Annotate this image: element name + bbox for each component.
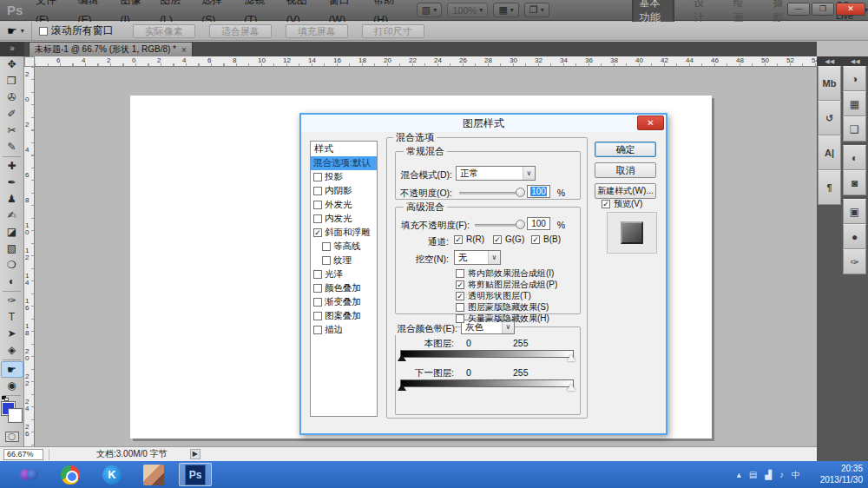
advanced-option-2[interactable]: ✓透明形状图层(T): [456, 290, 531, 302]
eraser-tool[interactable]: ◪: [1, 224, 23, 241]
crop-tool[interactable]: ✂: [1, 122, 23, 139]
type-tool[interactable]: T: [1, 309, 23, 326]
style-item-0[interactable]: 混合选项:默认: [311, 156, 377, 170]
style-item-2[interactable]: 内阴影: [311, 184, 377, 198]
close-button[interactable]: ✕: [836, 3, 865, 16]
dodge-tool[interactable]: ◐: [1, 274, 23, 290]
history-brush-tool[interactable]: ✍: [1, 208, 23, 224]
fill-opacity-slider-track[interactable]: [475, 224, 520, 227]
screen-mode-button[interactable]: ❐▾: [524, 3, 549, 17]
minimize-button[interactable]: —: [787, 3, 810, 16]
underlying-layer-white-marker[interactable]: [567, 384, 575, 391]
style-item-6[interactable]: 等高线: [311, 240, 377, 254]
tool-preset-picker[interactable]: ☛ ▾: [0, 22, 32, 40]
close-tab-icon[interactable]: ×: [181, 45, 187, 55]
character-panel-icon[interactable]: A|: [818, 135, 841, 170]
taskbar-avatar[interactable]: [137, 463, 170, 486]
checkbox[interactable]: [39, 27, 48, 36]
rectangular-marquee-tool[interactable]: ❒: [1, 73, 23, 89]
checkbox[interactable]: ✓: [456, 280, 464, 289]
checkbox[interactable]: [313, 284, 322, 293]
ok-button[interactable]: 确定: [595, 142, 656, 157]
advanced-option-4[interactable]: 矢量蒙版隐藏效果(H): [456, 313, 549, 325]
this-layer-black-marker[interactable]: [398, 354, 406, 361]
tray-safety-icon[interactable]: ▤: [749, 470, 757, 479]
brush-tool[interactable]: ✒: [1, 175, 23, 191]
toolbox-collapse-button[interactable]: »: [0, 42, 24, 56]
pen-tool[interactable]: ✑: [1, 293, 23, 309]
arrange-documents-button[interactable]: ▦▾: [493, 3, 518, 17]
checkbox[interactable]: [313, 214, 322, 223]
preview-option[interactable]: ✓ 预览(V): [602, 198, 642, 210]
checkbox[interactable]: [313, 270, 322, 279]
checkbox[interactable]: ✓: [531, 235, 540, 244]
background-color-swatch[interactable]: [9, 409, 22, 422]
eyedropper-tool[interactable]: ✎: [1, 139, 23, 155]
paragraph-panel-icon[interactable]: ¶: [818, 170, 841, 205]
taskbar-app-circles[interactable]: [12, 463, 45, 486]
zoom-preset-button-0[interactable]: 实际像素: [133, 24, 195, 38]
zoom-level-button[interactable]: 100%▾: [447, 3, 488, 17]
tray-expand-icon[interactable]: ▴: [737, 470, 741, 479]
tray-ime-icon[interactable]: 中: [792, 469, 800, 481]
checkbox[interactable]: [313, 187, 322, 195]
this-layer-white-marker[interactable]: [567, 354, 575, 361]
zoom-percent-field[interactable]: 66.67%: [3, 449, 43, 460]
style-item-12[interactable]: 描边: [311, 323, 377, 337]
quick-mask-button[interactable]: ◯: [5, 432, 19, 442]
style-item-5[interactable]: ✓斜面和浮雕: [311, 226, 377, 240]
layers-panel-icon[interactable]: ▣: [843, 199, 866, 224]
new-style-button[interactable]: 新建样式(W)...: [595, 183, 656, 199]
style-item-3[interactable]: 外发光: [311, 198, 377, 212]
view-extras-button[interactable]: ▥▾: [417, 3, 442, 17]
opacity-slider-track[interactable]: [459, 192, 520, 195]
channels-panel-icon[interactable]: ●: [843, 224, 866, 249]
checkbox[interactable]: [313, 312, 322, 320]
blur-tool[interactable]: ❍: [1, 257, 23, 274]
swap-default-colors-icon[interactable]: [2, 396, 10, 401]
taskbar-chrome[interactable]: [54, 463, 87, 486]
color-panel-icon[interactable]: ◑: [843, 66, 866, 91]
checkbox[interactable]: ✓: [602, 200, 610, 208]
ruler-origin-box[interactable]: [24, 56, 35, 67]
status-options-button[interactable]: ▶: [190, 449, 201, 459]
underlying-layer-black-marker[interactable]: [398, 384, 406, 391]
checkbox[interactable]: [456, 314, 464, 323]
checkbox[interactable]: [313, 326, 322, 334]
zoom-preset-button-1[interactable]: 适合屏幕: [209, 24, 272, 38]
zoom-preset-button-2[interactable]: 填充屏幕: [286, 24, 348, 38]
checkbox[interactable]: [313, 201, 322, 209]
move-tool[interactable]: ✥: [1, 56, 23, 73]
fill-opacity-slider-knob[interactable]: [516, 220, 525, 229]
shape-tool[interactable]: ◈: [1, 342, 23, 359]
lasso-tool[interactable]: ✇: [1, 89, 23, 106]
cancel-button[interactable]: 取消: [595, 162, 656, 178]
channel-r-option[interactable]: ✓R(R): [454, 234, 484, 244]
style-item-4[interactable]: 内发光: [311, 212, 377, 226]
opacity-field[interactable]: 100: [527, 185, 550, 198]
hand-tool[interactable]: ☛: [1, 361, 23, 378]
checkbox[interactable]: [322, 242, 331, 251]
checkbox[interactable]: [313, 173, 322, 181]
checkbox[interactable]: [456, 269, 464, 278]
history-panel-icon[interactable]: ↺: [818, 101, 841, 135]
zoom-preset-button-3[interactable]: 打印尺寸: [362, 24, 424, 38]
checkbox[interactable]: ✓: [456, 292, 464, 300]
style-item-1[interactable]: 投影: [311, 170, 377, 184]
advanced-option-3[interactable]: 图层蒙版隐藏效果(S): [456, 301, 549, 313]
horizontal-ruler[interactable]: 8642024681012141618202224262830323436384…: [35, 56, 817, 67]
adjustments-panel-icon[interactable]: ◐: [843, 145, 866, 170]
this-layer-gradient-bar[interactable]: [400, 350, 574, 358]
vertical-ruler[interactable]: 20246810121416182022242628: [24, 67, 35, 446]
gradient-tool[interactable]: ▧: [1, 241, 23, 257]
style-item-10[interactable]: 渐变叠加: [311, 295, 377, 309]
fill-opacity-field[interactable]: 100: [527, 217, 550, 230]
scroll-all-windows-option[interactable]: 滚动所有窗口: [39, 23, 114, 38]
masks-panel-icon[interactable]: ◙: [843, 170, 866, 195]
checkbox[interactable]: [456, 303, 464, 312]
knockout-select[interactable]: 无 ∨: [454, 250, 501, 265]
paths-panel-icon[interactable]: ✑: [843, 249, 866, 274]
style-item-8[interactable]: 光泽: [311, 267, 377, 281]
checkbox[interactable]: ✓: [313, 228, 322, 237]
advanced-option-1[interactable]: ✓将剪贴图层混合成组(P): [456, 279, 557, 291]
